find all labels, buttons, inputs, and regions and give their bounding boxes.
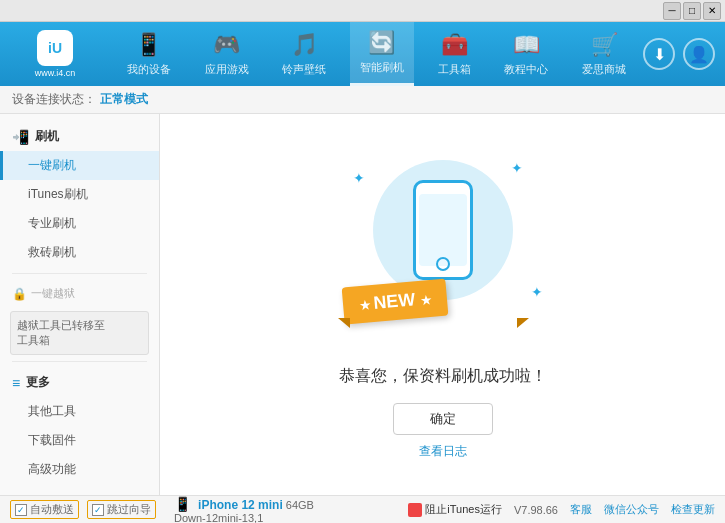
service-link[interactable]: 客服 <box>570 502 592 517</box>
sidebar: 📲 刷机 一键刷机 iTunes刷机 专业刷机 救砖刷机 🔒 一键越狱 越狱工具… <box>0 114 160 495</box>
nav-store-label: 爱思商城 <box>582 62 626 77</box>
review-log-link[interactable]: 查看日志 <box>419 443 467 460</box>
success-text: 恭喜您，保资料刷机成功啦！ <box>339 366 547 387</box>
close-button[interactable]: ✕ <box>703 2 721 20</box>
auto-deliver-check-icon <box>15 504 27 516</box>
phone-shape <box>413 180 473 280</box>
check-update-link[interactable]: 检查更新 <box>671 502 715 517</box>
other-tools-label: 其他工具 <box>28 404 76 418</box>
nav-apps-label: 应用游戏 <box>205 62 249 77</box>
one-click-flash-label: 一键刷机 <box>28 158 76 172</box>
nav-tutorials-icon: 📖 <box>513 32 540 58</box>
jailbreak-note-text: 越狱工具已转移至工具箱 <box>17 319 105 346</box>
new-badge-text: NEW <box>372 289 416 313</box>
download-firmware-label: 下载固件 <box>28 433 76 447</box>
minimize-button[interactable]: ─ <box>663 2 681 20</box>
header-actions: ⬇ 👤 <box>643 38 725 70</box>
nav-ringtones-icon: 🎵 <box>291 32 318 58</box>
status-value: 正常模式 <box>100 91 148 108</box>
more-section-label: 更多 <box>26 374 50 391</box>
sidebar-item-advanced[interactable]: 高级功能 <box>0 455 159 484</box>
status-bar: 设备连接状态： 正常模式 <box>0 86 725 114</box>
version-text: V7.98.66 <box>514 504 558 516</box>
itunes-flash-label: iTunes刷机 <box>28 187 88 201</box>
sidebar-divider-2 <box>12 361 147 362</box>
auto-deliver-label: 自动敷送 <box>30 502 74 517</box>
lock-icon: 🔒 <box>12 287 27 301</box>
nav-smart-flash-icon: 🔄 <box>368 30 395 56</box>
logo-icon: iU <box>37 30 73 66</box>
device-info: 📱 iPhone 12 mini 64GB Down-12mini-13,1 <box>174 496 314 524</box>
sidebar-item-pro-flash[interactable]: 专业刷机 <box>0 209 159 238</box>
wechat-link[interactable]: 微信公众号 <box>604 502 659 517</box>
nav-apps-icon: 🎮 <box>213 32 240 58</box>
main-layout: 📲 刷机 一键刷机 iTunes刷机 专业刷机 救砖刷机 🔒 一键越狱 越狱工具… <box>0 114 725 495</box>
nav-device-icon: 📱 <box>135 32 162 58</box>
nav-smart-flash-label: 智能刷机 <box>360 60 404 75</box>
sidebar-divider-1 <box>12 273 147 274</box>
more-section-icon: ≡ <box>12 375 20 391</box>
phone-home-button <box>436 257 450 271</box>
logo-area: iU www.i4.cn <box>0 30 110 78</box>
sidebar-item-one-click-flash[interactable]: 一键刷机 <box>0 151 159 180</box>
nav-my-device[interactable]: 📱 我的设备 <box>117 22 181 86</box>
nav-toolbox-icon: 🧰 <box>441 32 468 58</box>
sidebar-item-save-flash[interactable]: 救砖刷机 <box>0 238 159 267</box>
stop-itunes-label: 阻止iTunes运行 <box>425 502 502 517</box>
nav-toolbox-label: 工具箱 <box>438 62 471 77</box>
device-storage: 64GB <box>286 499 314 511</box>
nav-tutorials-label: 教程中心 <box>504 62 548 77</box>
save-flash-label: 救砖刷机 <box>28 245 76 259</box>
confirm-button[interactable]: 确定 <box>393 403 493 435</box>
sidebar-item-other-tools[interactable]: 其他工具 <box>0 397 159 426</box>
nav-my-device-label: 我的设备 <box>127 62 171 77</box>
skip-wizard-label: 跳过向导 <box>107 502 151 517</box>
auto-deliver-checkbox[interactable]: 自动敷送 <box>10 500 79 519</box>
status-label: 设备连接状态： <box>12 91 96 108</box>
device-name: iPhone 12 mini <box>198 498 283 512</box>
title-bar: ─ □ ✕ <box>0 0 725 22</box>
nav-store-icon: 🛒 <box>591 32 618 58</box>
nav-ringtones[interactable]: 🎵 铃声壁纸 <box>272 22 336 86</box>
nav-toolbox[interactable]: 🧰 工具箱 <box>428 22 481 86</box>
nav-bar: 📱 我的设备 🎮 应用游戏 🎵 铃声壁纸 🔄 智能刷机 🧰 工具箱 📖 教程中心… <box>110 22 643 86</box>
pro-flash-label: 专业刷机 <box>28 216 76 230</box>
jailbreak-label: 一键越狱 <box>31 286 75 301</box>
jailbreak-note: 越狱工具已转移至工具箱 <box>10 311 149 355</box>
maximize-button[interactable]: □ <box>683 2 701 20</box>
phone-screen <box>419 194 467 266</box>
stop-icon <box>408 503 422 517</box>
advanced-label: 高级功能 <box>28 462 76 476</box>
stop-itunes-control[interactable]: 阻止iTunes运行 <box>408 502 502 517</box>
ribbon-left <box>338 318 350 328</box>
sidebar-section-more: ≡ 更多 <box>0 368 159 397</box>
nav-store[interactable]: 🛒 爱思商城 <box>572 22 636 86</box>
nav-tutorials[interactable]: 📖 教程中心 <box>494 22 558 86</box>
bottom-left: 自动敷送 跳过向导 📱 iPhone 12 mini 64GB Down-12m… <box>10 496 408 524</box>
skip-wizard-check-icon <box>92 504 104 516</box>
sidebar-item-itunes-flash[interactable]: iTunes刷机 <box>0 180 159 209</box>
device-model: Down-12mini-13,1 <box>174 512 314 524</box>
sparkle-icon-3: ✦ <box>531 284 543 300</box>
ribbon-right <box>517 318 529 328</box>
sidebar-item-download-firmware[interactable]: 下载固件 <box>0 426 159 455</box>
flash-section-label: 刷机 <box>35 128 59 145</box>
device-phone-icon: 📱 <box>174 496 191 512</box>
success-illustration: ✦ ✦ ✦ NEW <box>333 150 553 350</box>
nav-apps[interactable]: 🎮 应用游戏 <box>195 22 259 86</box>
download-button[interactable]: ⬇ <box>643 38 675 70</box>
bottom-right: 阻止iTunes运行 V7.98.66 客服 微信公众号 检查更新 <box>408 502 715 517</box>
flash-section-icon: 📲 <box>12 129 29 145</box>
sparkle-icon-2: ✦ <box>511 160 523 176</box>
nav-smart-flash[interactable]: 🔄 智能刷机 <box>350 22 414 86</box>
nav-ringtones-label: 铃声壁纸 <box>282 62 326 77</box>
sidebar-jailbreak-section: 🔒 一键越狱 <box>0 280 159 307</box>
sparkle-icon-1: ✦ <box>353 170 365 186</box>
content-area: ✦ ✦ ✦ NEW 恭喜您，保资料刷机成功啦！ 确定 查看日志 <box>160 114 725 495</box>
confirm-button-label: 确定 <box>430 410 456 428</box>
bottom-bar: 自动敷送 跳过向导 📱 iPhone 12 mini 64GB Down-12m… <box>0 495 725 523</box>
skip-wizard-checkbox[interactable]: 跳过向导 <box>87 500 156 519</box>
new-badge: NEW <box>341 278 448 324</box>
user-button[interactable]: 👤 <box>683 38 715 70</box>
header: iU www.i4.cn 📱 我的设备 🎮 应用游戏 🎵 铃声壁纸 🔄 智能刷机… <box>0 22 725 86</box>
